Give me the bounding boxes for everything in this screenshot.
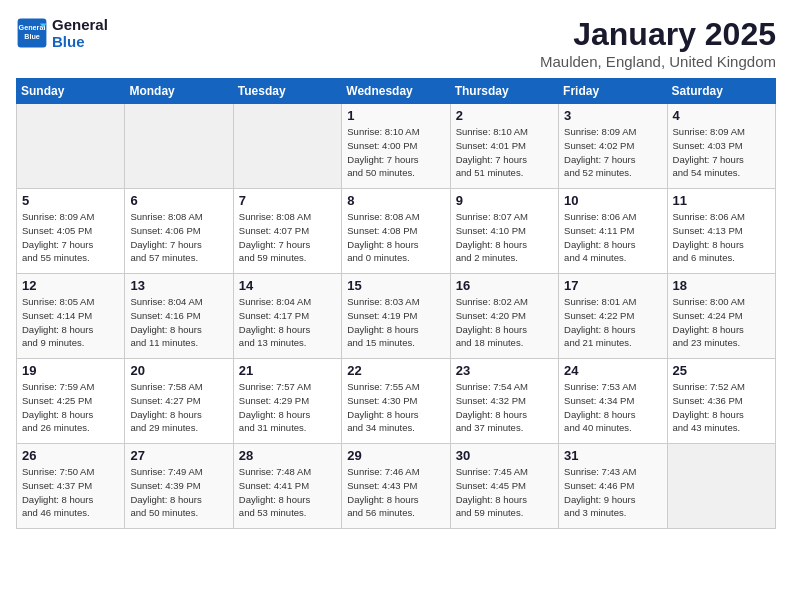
- day-number: 30: [456, 448, 553, 463]
- week-row-4: 19Sunrise: 7:59 AM Sunset: 4:25 PM Dayli…: [17, 359, 776, 444]
- day-header-saturday: Saturday: [667, 79, 775, 104]
- day-header-monday: Monday: [125, 79, 233, 104]
- day-info: Sunrise: 7:43 AM Sunset: 4:46 PM Dayligh…: [564, 465, 661, 520]
- day-info: Sunrise: 8:08 AM Sunset: 4:07 PM Dayligh…: [239, 210, 336, 265]
- day-number: 17: [564, 278, 661, 293]
- day-cell: 1Sunrise: 8:10 AM Sunset: 4:00 PM Daylig…: [342, 104, 450, 189]
- week-row-1: 1Sunrise: 8:10 AM Sunset: 4:00 PM Daylig…: [17, 104, 776, 189]
- day-header-friday: Friday: [559, 79, 667, 104]
- page-header: General Blue General Blue January 2025 M…: [16, 16, 776, 70]
- day-header-wednesday: Wednesday: [342, 79, 450, 104]
- day-number: 1: [347, 108, 444, 123]
- day-cell: 7Sunrise: 8:08 AM Sunset: 4:07 PM Daylig…: [233, 189, 341, 274]
- day-cell: 11Sunrise: 8:06 AM Sunset: 4:13 PM Dayli…: [667, 189, 775, 274]
- day-cell: [233, 104, 341, 189]
- day-number: 3: [564, 108, 661, 123]
- day-number: 14: [239, 278, 336, 293]
- day-info: Sunrise: 8:06 AM Sunset: 4:13 PM Dayligh…: [673, 210, 770, 265]
- day-info: Sunrise: 7:45 AM Sunset: 4:45 PM Dayligh…: [456, 465, 553, 520]
- day-number: 23: [456, 363, 553, 378]
- day-info: Sunrise: 8:04 AM Sunset: 4:16 PM Dayligh…: [130, 295, 227, 350]
- day-cell: 25Sunrise: 7:52 AM Sunset: 4:36 PM Dayli…: [667, 359, 775, 444]
- day-cell: 30Sunrise: 7:45 AM Sunset: 4:45 PM Dayli…: [450, 444, 558, 529]
- day-info: Sunrise: 7:57 AM Sunset: 4:29 PM Dayligh…: [239, 380, 336, 435]
- day-cell: 18Sunrise: 8:00 AM Sunset: 4:24 PM Dayli…: [667, 274, 775, 359]
- day-header-sunday: Sunday: [17, 79, 125, 104]
- day-info: Sunrise: 8:10 AM Sunset: 4:00 PM Dayligh…: [347, 125, 444, 180]
- day-cell: 19Sunrise: 7:59 AM Sunset: 4:25 PM Dayli…: [17, 359, 125, 444]
- day-cell: 28Sunrise: 7:48 AM Sunset: 4:41 PM Dayli…: [233, 444, 341, 529]
- day-info: Sunrise: 7:54 AM Sunset: 4:32 PM Dayligh…: [456, 380, 553, 435]
- day-number: 21: [239, 363, 336, 378]
- day-cell: [17, 104, 125, 189]
- day-info: Sunrise: 7:46 AM Sunset: 4:43 PM Dayligh…: [347, 465, 444, 520]
- day-number: 31: [564, 448, 661, 463]
- calendar-subtitle: Maulden, England, United Kingdom: [540, 53, 776, 70]
- day-cell: 27Sunrise: 7:49 AM Sunset: 4:39 PM Dayli…: [125, 444, 233, 529]
- day-number: 9: [456, 193, 553, 208]
- day-cell: 23Sunrise: 7:54 AM Sunset: 4:32 PM Dayli…: [450, 359, 558, 444]
- day-info: Sunrise: 7:55 AM Sunset: 4:30 PM Dayligh…: [347, 380, 444, 435]
- day-cell: 4Sunrise: 8:09 AM Sunset: 4:03 PM Daylig…: [667, 104, 775, 189]
- day-info: Sunrise: 7:52 AM Sunset: 4:36 PM Dayligh…: [673, 380, 770, 435]
- day-info: Sunrise: 7:50 AM Sunset: 4:37 PM Dayligh…: [22, 465, 119, 520]
- day-number: 12: [22, 278, 119, 293]
- day-info: Sunrise: 8:06 AM Sunset: 4:11 PM Dayligh…: [564, 210, 661, 265]
- day-number: 27: [130, 448, 227, 463]
- day-number: 19: [22, 363, 119, 378]
- day-info: Sunrise: 8:01 AM Sunset: 4:22 PM Dayligh…: [564, 295, 661, 350]
- day-info: Sunrise: 8:09 AM Sunset: 4:03 PM Dayligh…: [673, 125, 770, 180]
- day-cell: 20Sunrise: 7:58 AM Sunset: 4:27 PM Dayli…: [125, 359, 233, 444]
- day-header-thursday: Thursday: [450, 79, 558, 104]
- week-row-2: 5Sunrise: 8:09 AM Sunset: 4:05 PM Daylig…: [17, 189, 776, 274]
- day-cell: 26Sunrise: 7:50 AM Sunset: 4:37 PM Dayli…: [17, 444, 125, 529]
- day-cell: 24Sunrise: 7:53 AM Sunset: 4:34 PM Dayli…: [559, 359, 667, 444]
- day-number: 25: [673, 363, 770, 378]
- day-cell: 9Sunrise: 8:07 AM Sunset: 4:10 PM Daylig…: [450, 189, 558, 274]
- calendar-title: January 2025: [540, 16, 776, 53]
- day-info: Sunrise: 8:09 AM Sunset: 4:02 PM Dayligh…: [564, 125, 661, 180]
- day-number: 13: [130, 278, 227, 293]
- day-cell: 31Sunrise: 7:43 AM Sunset: 4:46 PM Dayli…: [559, 444, 667, 529]
- day-cell: 17Sunrise: 8:01 AM Sunset: 4:22 PM Dayli…: [559, 274, 667, 359]
- day-cell: 5Sunrise: 8:09 AM Sunset: 4:05 PM Daylig…: [17, 189, 125, 274]
- day-cell: 12Sunrise: 8:05 AM Sunset: 4:14 PM Dayli…: [17, 274, 125, 359]
- day-number: 10: [564, 193, 661, 208]
- days-header-row: SundayMondayTuesdayWednesdayThursdayFrid…: [17, 79, 776, 104]
- day-number: 11: [673, 193, 770, 208]
- day-number: 8: [347, 193, 444, 208]
- day-cell: 2Sunrise: 8:10 AM Sunset: 4:01 PM Daylig…: [450, 104, 558, 189]
- logo-icon: General Blue: [16, 17, 48, 49]
- day-info: Sunrise: 7:48 AM Sunset: 4:41 PM Dayligh…: [239, 465, 336, 520]
- day-number: 20: [130, 363, 227, 378]
- day-cell: 10Sunrise: 8:06 AM Sunset: 4:11 PM Dayli…: [559, 189, 667, 274]
- day-number: 24: [564, 363, 661, 378]
- day-cell: 8Sunrise: 8:08 AM Sunset: 4:08 PM Daylig…: [342, 189, 450, 274]
- day-cell: 21Sunrise: 7:57 AM Sunset: 4:29 PM Dayli…: [233, 359, 341, 444]
- day-info: Sunrise: 8:08 AM Sunset: 4:06 PM Dayligh…: [130, 210, 227, 265]
- logo: General Blue General Blue: [16, 16, 108, 50]
- day-number: 16: [456, 278, 553, 293]
- day-info: Sunrise: 8:02 AM Sunset: 4:20 PM Dayligh…: [456, 295, 553, 350]
- day-number: 7: [239, 193, 336, 208]
- week-row-3: 12Sunrise: 8:05 AM Sunset: 4:14 PM Dayli…: [17, 274, 776, 359]
- day-info: Sunrise: 7:49 AM Sunset: 4:39 PM Dayligh…: [130, 465, 227, 520]
- day-number: 6: [130, 193, 227, 208]
- day-number: 2: [456, 108, 553, 123]
- day-info: Sunrise: 8:10 AM Sunset: 4:01 PM Dayligh…: [456, 125, 553, 180]
- day-cell: [667, 444, 775, 529]
- day-number: 5: [22, 193, 119, 208]
- day-cell: [125, 104, 233, 189]
- day-number: 29: [347, 448, 444, 463]
- day-info: Sunrise: 8:08 AM Sunset: 4:08 PM Dayligh…: [347, 210, 444, 265]
- day-cell: 29Sunrise: 7:46 AM Sunset: 4:43 PM Dayli…: [342, 444, 450, 529]
- day-number: 18: [673, 278, 770, 293]
- day-number: 15: [347, 278, 444, 293]
- day-info: Sunrise: 8:00 AM Sunset: 4:24 PM Dayligh…: [673, 295, 770, 350]
- svg-text:Blue: Blue: [24, 32, 40, 41]
- week-row-5: 26Sunrise: 7:50 AM Sunset: 4:37 PM Dayli…: [17, 444, 776, 529]
- day-cell: 15Sunrise: 8:03 AM Sunset: 4:19 PM Dayli…: [342, 274, 450, 359]
- day-info: Sunrise: 8:07 AM Sunset: 4:10 PM Dayligh…: [456, 210, 553, 265]
- day-header-tuesday: Tuesday: [233, 79, 341, 104]
- day-cell: 14Sunrise: 8:04 AM Sunset: 4:17 PM Dayli…: [233, 274, 341, 359]
